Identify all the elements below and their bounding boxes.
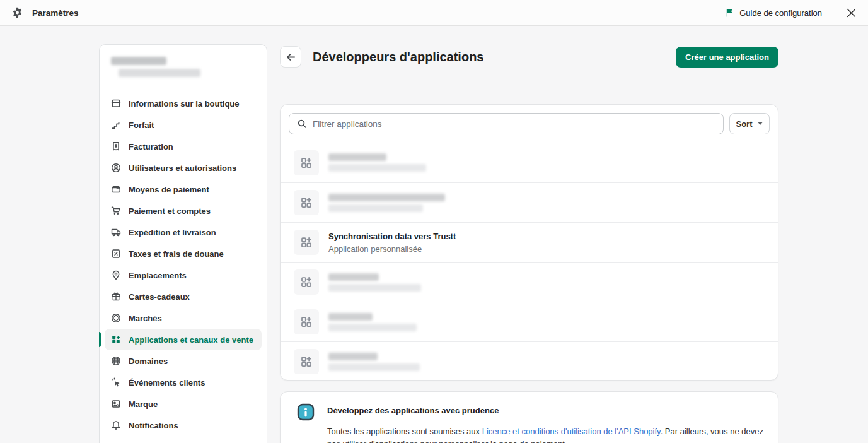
sidebar-item-locations[interactable]: Emplacements (105, 264, 262, 286)
sidebar-item-payment-methods[interactable]: Moyens de paiement (105, 179, 262, 200)
page-title: Développeurs d'applications (313, 50, 483, 64)
payment-methods-icon (111, 184, 121, 194)
location-pin-icon (111, 270, 121, 280)
sidebar-item-store-details[interactable]: Informations sur la boutique (105, 93, 262, 114)
search-icon (297, 119, 307, 129)
setup-guide-link[interactable]: Guide de configuration (725, 8, 822, 18)
app-row[interactable] (281, 341, 778, 381)
app-row[interactable] (281, 302, 778, 341)
caution-banner: Développez des applications avec prudenc… (280, 391, 778, 443)
setup-guide-label: Guide de configuration (739, 8, 822, 18)
sidebar-item-users[interactable]: Utilisateurs et autorisations (105, 157, 262, 179)
sidebar-item-shipping[interactable]: Expédition et livraison (105, 222, 262, 243)
sidebar-item-label: Taxes et frais de douane (129, 249, 224, 259)
globe-icon (111, 356, 121, 366)
sidebar-item-apps-and-sales-channels[interactable]: Applications et canaux de vente (105, 329, 262, 350)
storefront-icon (111, 98, 121, 109)
sidebar-item-brand[interactable]: Marque (105, 393, 262, 415)
banner-text-prefix: Toutes les applications sont soumises au… (327, 427, 482, 436)
redacted-app-subtitle (328, 324, 417, 331)
filter-applications-input[interactable] (313, 119, 715, 129)
filter-field[interactable] (289, 113, 724, 134)
app-tile-icon (294, 309, 319, 334)
app-tile-icon (294, 230, 319, 255)
sort-label: Sort (736, 119, 753, 129)
api-license-link[interactable]: Licence et conditions d'utilisation de l… (482, 427, 661, 436)
app-subtitle: Application personnalisée (328, 244, 456, 254)
redacted-store-name (111, 57, 166, 65)
plan-icon (111, 120, 121, 130)
cursor-sparkle-icon (111, 377, 121, 387)
sidebar-item-label: Emplacements (129, 271, 187, 280)
redacted-app-title (328, 273, 379, 281)
app-tile-icon (294, 190, 319, 215)
sidebar-item-taxes[interactable]: Taxes et frais de douane (105, 243, 262, 264)
sidebar-item-label: Forfait (129, 121, 154, 130)
sidebar-item-label: Facturation (129, 142, 173, 151)
sidebar-item-notifications[interactable]: Notifications (105, 415, 262, 436)
app-row-trustt[interactable]: Synchronisation data vers Trustt Applica… (281, 222, 778, 262)
sidebar-item-customer-events[interactable]: Événements clients (105, 372, 262, 393)
sidebar-item-label: Notifications (129, 421, 178, 430)
sort-button[interactable]: Sort (729, 113, 770, 134)
app-tile-icon (294, 349, 319, 374)
caution-banner-title: Développez des applications avec prudenc… (327, 406, 768, 415)
sidebar-item-label: Domaines (129, 357, 168, 366)
sidebar-item-label: Moyens de paiement (129, 185, 209, 194)
create-app-button[interactable]: Créer une application (676, 47, 778, 68)
app-row[interactable] (281, 262, 778, 302)
app-row[interactable] (281, 143, 778, 182)
sidebar-item-label: Marque (129, 399, 158, 409)
markets-icon (111, 313, 121, 323)
apps-list-card: Sort Synchronisation data vers Trustt Ap… (280, 104, 778, 381)
flag-icon (725, 8, 734, 18)
settings-sidebar: Informations sur la boutique Forfait Fac… (99, 44, 267, 443)
redacted-app-title (328, 194, 445, 201)
sidebar-item-plan[interactable]: Forfait (105, 114, 262, 136)
apps-icon (111, 334, 121, 345)
sidebar-item-markets[interactable]: Marchés (105, 307, 262, 329)
app-title: Synchronisation data vers Trustt (328, 232, 456, 241)
redacted-app-subtitle (328, 363, 420, 371)
main-content: Développeurs d'applications Créer une ap… (280, 44, 778, 69)
sidebar-item-label: Paiement et comptes (129, 206, 211, 216)
sidebar-item-billing[interactable]: Facturation (105, 136, 262, 157)
arrow-left-icon (286, 52, 296, 62)
sidebar-item-label: Expédition et livraison (129, 228, 216, 237)
settings-nav: Informations sur la boutique Forfait Fac… (100, 86, 267, 442)
sidebar-item-label: Utilisateurs et autorisations (129, 163, 236, 173)
sidebar-item-label: Événements clients (129, 378, 205, 387)
redacted-store-url (119, 69, 200, 77)
cart-icon (111, 206, 121, 216)
settings-title: Paramètres (32, 8, 79, 18)
users-icon (111, 163, 121, 173)
sidebar-item-label: Applications et canaux de vente (129, 335, 253, 345)
sidebar-item-domains[interactable]: Domaines (105, 350, 262, 372)
redacted-app-title (328, 153, 386, 161)
store-header (100, 45, 267, 86)
page-header: Développeurs d'applications Créer une ap… (280, 44, 778, 69)
sidebar-item-gift-cards[interactable]: Cartes-cadeaux (105, 286, 262, 307)
sidebar-item-checkout[interactable]: Paiement et comptes (105, 200, 262, 222)
redacted-app-title (328, 353, 378, 360)
redacted-app-subtitle (328, 204, 423, 212)
brand-image-icon (111, 399, 121, 409)
app-row[interactable] (281, 182, 778, 222)
gear-icon (11, 7, 23, 19)
app-tile-icon (294, 269, 319, 295)
app-tile-icon (294, 150, 319, 175)
redacted-app-subtitle (328, 164, 426, 172)
close-icon[interactable] (846, 8, 857, 18)
sidebar-item-label: Cartes-cadeaux (129, 292, 190, 302)
sidebar-item-label: Marchés (129, 314, 162, 323)
truck-icon (111, 227, 121, 237)
redacted-app-title (328, 313, 373, 321)
back-button[interactable] (280, 46, 301, 68)
caution-banner-body: Toutes les applications sont soumises au… (327, 425, 768, 443)
billing-icon (111, 141, 121, 151)
info-icon (297, 403, 315, 443)
taxes-icon (111, 249, 121, 259)
filter-row: Sort (281, 105, 778, 143)
chevron-down-icon (757, 121, 763, 127)
sidebar-item-label: Informations sur la boutique (129, 99, 240, 109)
